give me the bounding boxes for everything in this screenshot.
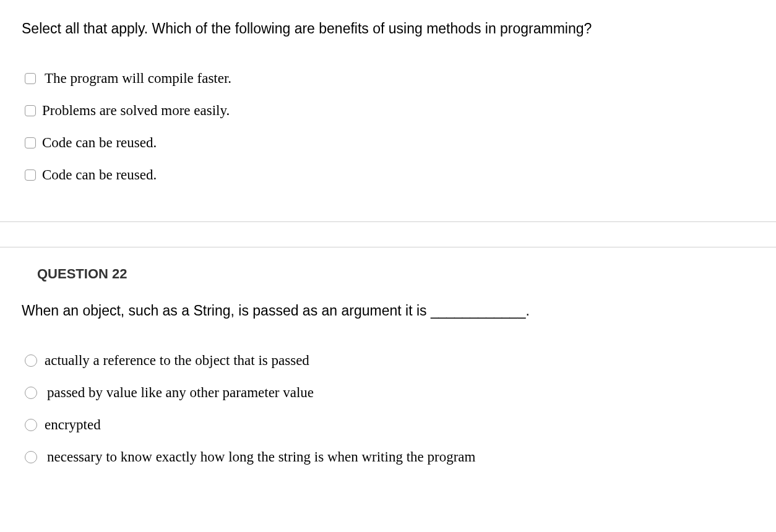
option-item: necessary to know exactly how long the s… — [25, 448, 776, 466]
checkbox-option-3[interactable] — [25, 137, 36, 148]
option-item: encrypted — [25, 416, 776, 434]
question-1-block: Select all that apply. Which of the foll… — [0, 0, 776, 209]
option-label: Code can be reused. — [42, 134, 157, 152]
radio-option-4[interactable] — [25, 451, 37, 463]
radio-option-2[interactable] — [25, 387, 37, 399]
option-label: Problems are solved more easily. — [42, 101, 230, 120]
checkbox-option-4[interactable] — [25, 169, 36, 181]
question-1-prompt: Select all that apply. Which of the foll… — [22, 19, 754, 38]
gap — [0, 222, 776, 234]
option-item: passed by value like any other parameter… — [25, 384, 776, 402]
option-item: actually a reference to the object that … — [25, 351, 776, 370]
question-1-options: The program will compile faster. Problem… — [22, 69, 754, 184]
option-label: Code can be reused. — [42, 166, 157, 184]
checkbox-option-1[interactable] — [25, 73, 36, 84]
option-label: encrypted — [45, 416, 101, 434]
question-2-header: QUESTION 22 — [0, 247, 776, 301]
radio-option-3[interactable] — [25, 419, 37, 431]
option-item: Problems are solved more easily. — [25, 101, 754, 120]
option-item: Code can be reused. — [25, 134, 754, 152]
question-2-prompt: When an object, such as a String, is pas… — [0, 301, 776, 351]
option-label: actually a reference to the object that … — [45, 351, 309, 370]
question-2-block: QUESTION 22 When an object, such as a St… — [0, 247, 776, 466]
radio-option-1[interactable] — [25, 354, 37, 367]
option-label: passed by value like any other parameter… — [47, 384, 314, 402]
question-2-options: actually a reference to the object that … — [0, 351, 776, 466]
option-label: The program will compile faster. — [45, 69, 231, 88]
checkbox-option-2[interactable] — [25, 105, 36, 116]
option-item: The program will compile faster. — [25, 69, 754, 88]
option-item: Code can be reused. — [25, 166, 754, 184]
option-label: necessary to know exactly how long the s… — [47, 448, 475, 466]
